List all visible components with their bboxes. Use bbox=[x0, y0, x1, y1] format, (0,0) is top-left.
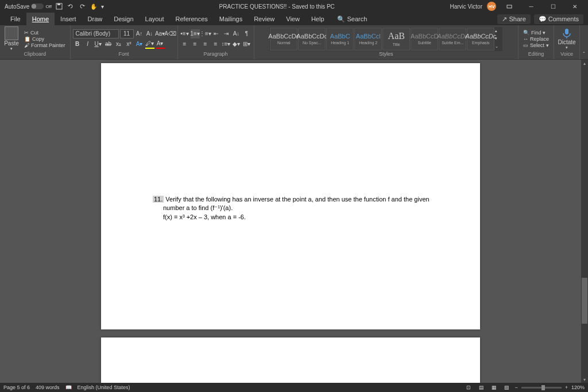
document-content[interactable]: 11. Verify that the following has an inv… bbox=[153, 195, 440, 222]
save-icon[interactable] bbox=[55, 2, 63, 10]
style-heading2[interactable]: AaBbCclHeading 2 bbox=[354, 28, 382, 51]
focus-mode-icon[interactable]: ⊡ bbox=[464, 384, 473, 391]
word-count[interactable]: 409 words bbox=[36, 385, 60, 390]
web-layout-icon[interactable]: ▧ bbox=[502, 384, 511, 391]
increase-indent-icon[interactable]: ⇥ bbox=[222, 29, 231, 38]
superscript-button[interactable]: x² bbox=[125, 40, 134, 49]
share-button[interactable]: ↗Share bbox=[497, 14, 530, 24]
undo-icon[interactable] bbox=[67, 2, 75, 10]
close-icon[interactable]: ✕ bbox=[566, 0, 583, 13]
zoom-level[interactable]: 120% bbox=[571, 385, 585, 390]
highlight-icon[interactable]: 🖊▾ bbox=[145, 40, 154, 49]
align-left-icon[interactable]: ≡ bbox=[180, 40, 189, 49]
text-effects-icon[interactable]: A▾ bbox=[135, 40, 144, 49]
style-subtitle[interactable]: AaBbCcDSubtitle bbox=[411, 28, 438, 51]
tab-help[interactable]: Help bbox=[305, 13, 330, 25]
shading-icon[interactable]: ◆▾ bbox=[232, 40, 241, 49]
question-number: 11. bbox=[153, 196, 164, 203]
zoom-out-icon[interactable]: − bbox=[514, 385, 517, 390]
tab-layout[interactable]: Layout bbox=[140, 13, 170, 25]
minimize-icon[interactable]: ─ bbox=[523, 0, 540, 13]
dictate-button[interactable]: Dictate ▾ bbox=[556, 28, 577, 50]
scroll-thumb[interactable] bbox=[582, 278, 587, 324]
tab-file[interactable]: File bbox=[5, 13, 26, 25]
styles-gallery[interactable]: AaBbCcDcNormal AaBbCcDcNo Spac... AaBbCH… bbox=[269, 27, 502, 51]
ribbon-display-icon[interactable] bbox=[501, 0, 518, 13]
italic-button[interactable]: I bbox=[83, 40, 92, 49]
page-next[interactable] bbox=[101, 337, 480, 383]
tab-home[interactable]: Home bbox=[26, 13, 55, 25]
cut-button[interactable]: ✂Cut bbox=[24, 30, 65, 36]
subscript-button[interactable]: x₂ bbox=[114, 40, 123, 49]
tab-review[interactable]: Review bbox=[248, 13, 280, 25]
font-group-label: Font bbox=[73, 51, 175, 58]
zoom-slider[interactable] bbox=[521, 387, 562, 389]
underline-button[interactable]: U▾ bbox=[94, 40, 103, 49]
font-size-select[interactable] bbox=[120, 29, 134, 38]
multilevel-icon[interactable]: ⋮≡▾ bbox=[201, 29, 210, 38]
style-normal[interactable]: AaBbCcDcNormal bbox=[270, 28, 297, 51]
page-indicator[interactable]: Page 5 of 6 bbox=[3, 385, 30, 390]
style-heading1[interactable]: AaBbCHeading 1 bbox=[326, 28, 354, 51]
bullets-icon[interactable]: •≡▾ bbox=[180, 29, 189, 38]
scroll-down-icon[interactable]: ▾ bbox=[581, 376, 588, 383]
bold-button[interactable]: B bbox=[73, 40, 82, 49]
numbering-icon[interactable]: 1≡▾ bbox=[191, 29, 200, 38]
touch-mode-icon[interactable]: ✋ bbox=[90, 2, 98, 10]
line-spacing-icon[interactable]: ↕≡▾ bbox=[222, 40, 231, 49]
autosave-state: Off bbox=[45, 4, 52, 9]
paste-dropdown-icon[interactable]: ▾ bbox=[10, 46, 13, 51]
titlebar-left: AutoSave Off ✋ ▾ bbox=[0, 2, 104, 10]
align-right-icon[interactable]: ≡ bbox=[201, 40, 210, 49]
justify-icon[interactable]: ≡ bbox=[211, 40, 220, 49]
comments-button[interactable]: 💬Comments bbox=[534, 14, 583, 24]
select-button[interactable]: ▭Select ▾ bbox=[523, 42, 549, 48]
scroll-up-icon[interactable]: ▴ bbox=[581, 60, 588, 67]
language-indicator[interactable]: English (United States) bbox=[78, 385, 130, 390]
align-center-icon[interactable]: ≡ bbox=[191, 40, 200, 49]
tab-design[interactable]: Design bbox=[108, 13, 139, 25]
search-box[interactable]: 🔍 Search bbox=[337, 15, 368, 23]
style-emphasis[interactable]: AaBbCcDcEmphasis bbox=[467, 28, 494, 51]
page[interactable]: 11. Verify that the following has an inv… bbox=[101, 63, 480, 329]
style-subtle-em[interactable]: AaBbCcDcSubtle Em... bbox=[439, 28, 466, 51]
spellcheck-icon[interactable]: 📖 bbox=[65, 385, 72, 390]
font-name-select[interactable] bbox=[73, 29, 119, 38]
tab-references[interactable]: References bbox=[170, 13, 214, 25]
replace-button[interactable]: ↔Replace bbox=[523, 36, 549, 42]
toggle-switch[interactable] bbox=[31, 3, 44, 9]
styles-expand[interactable]: ▴▾⌄ bbox=[495, 28, 502, 51]
tab-insert[interactable]: Insert bbox=[55, 13, 82, 25]
dictate-dropdown-icon[interactable]: ▾ bbox=[566, 45, 568, 50]
strike-button[interactable]: ab bbox=[104, 40, 113, 49]
shrink-font-icon[interactable]: A↓ bbox=[145, 29, 154, 38]
print-layout-icon[interactable]: ▦ bbox=[489, 384, 498, 391]
style-name: Title bbox=[393, 42, 400, 46]
find-button[interactable]: 🔍Find ▾ bbox=[523, 30, 549, 36]
maximize-icon[interactable]: ☐ bbox=[544, 0, 562, 13]
user-avatar[interactable]: HV bbox=[487, 2, 496, 11]
autosave-toggle[interactable]: AutoSave Off bbox=[5, 3, 52, 10]
copy-button[interactable]: 📋Copy bbox=[24, 36, 65, 42]
collapse-ribbon-icon[interactable]: ˆ bbox=[580, 25, 588, 59]
style-nospacing[interactable]: AaBbCcDcNo Spac... bbox=[298, 28, 326, 51]
voice-group-label: Voice bbox=[556, 51, 577, 58]
read-mode-icon[interactable]: ▤ bbox=[477, 384, 486, 391]
font-color-icon[interactable]: A▾ bbox=[156, 40, 165, 49]
redo-icon[interactable] bbox=[78, 2, 86, 10]
format-painter-button[interactable]: 🖌Format Painter bbox=[24, 42, 65, 48]
decrease-indent-icon[interactable]: ⇤ bbox=[211, 29, 220, 38]
show-marks-icon[interactable]: ¶ bbox=[242, 29, 252, 38]
grow-font-icon[interactable]: A↑ bbox=[135, 29, 144, 38]
vertical-scrollbar[interactable]: ▴ ▾ bbox=[581, 60, 588, 383]
paste-button[interactable]: Paste ▾ bbox=[2, 26, 21, 51]
style-title[interactable]: AaBTitle bbox=[382, 28, 410, 51]
sort-icon[interactable]: A↓ bbox=[232, 29, 241, 38]
borders-icon[interactable]: ⊞▾ bbox=[242, 40, 252, 49]
tab-mailings[interactable]: Mailings bbox=[214, 13, 248, 25]
clear-format-icon[interactable]: A⌫ bbox=[166, 29, 175, 38]
tab-draw[interactable]: Draw bbox=[82, 13, 109, 25]
tab-view[interactable]: View bbox=[280, 13, 305, 25]
zoom-in-icon[interactable]: + bbox=[565, 385, 568, 390]
change-case-icon[interactable]: Aa▾ bbox=[156, 29, 165, 38]
